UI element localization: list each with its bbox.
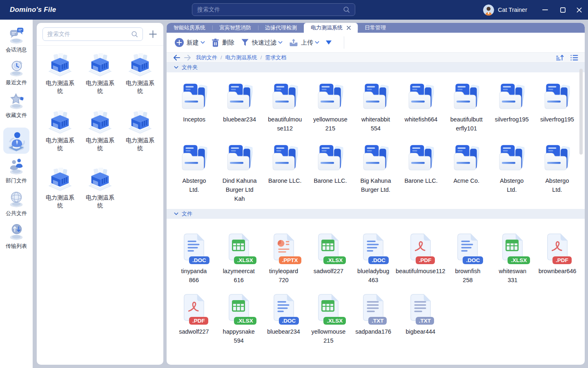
file-item[interactable]: .PPTX tinyleopard 720 — [261, 232, 306, 292]
tab-close-icon[interactable] — [347, 26, 351, 30]
tree-folder-item[interactable]: 电力测温系 统 — [40, 110, 80, 167]
folder-item[interactable]: Barone LLC. — [262, 144, 307, 206]
sidebar-item[interactable]: 会话消息 — [0, 26, 33, 59]
more-actions-button[interactable] — [326, 40, 332, 45]
file-icon-wrap: .XLSX — [226, 292, 252, 323]
folder-icon — [408, 144, 434, 172]
file-icon-wrap: .DOC — [181, 232, 207, 262]
folder-item[interactable]: whitefish664 — [399, 83, 444, 144]
tree-folder-item[interactable]: 电力测温系 统 — [80, 167, 120, 224]
file-icon-wrap: .PDF — [408, 232, 433, 262]
file-item[interactable]: .XLSX whiteswan 331 — [490, 232, 535, 292]
file-item[interactable]: .PDF beautifulmouse112 — [396, 232, 445, 292]
search-icon — [343, 6, 350, 13]
folder-item[interactable]: beautifulmou se112 — [262, 83, 307, 144]
folder-item[interactable]: Dind Kahuna Burger Ltd Kah — [217, 144, 262, 206]
file-item[interactable]: .XLSX yellowmouse 215 — [306, 292, 351, 353]
upload-button-label: 上传 — [301, 39, 313, 47]
folder-item[interactable]: Inceptos — [172, 83, 217, 144]
tree-folder-item[interactable]: 电力测温系 统 — [40, 167, 80, 224]
tab[interactable]: 日常管理 — [358, 23, 393, 33]
folder-item[interactable]: Barone LLC. — [307, 144, 353, 206]
folder-icon — [453, 144, 479, 172]
quick-filter-button[interactable]: 快速过滤 — [241, 38, 283, 47]
folder-item[interactable]: yellowmouse 215 — [307, 83, 353, 144]
folder-item[interactable]: Abstergo Ltd. — [172, 144, 217, 206]
folder-item[interactable]: silverfrog195 — [489, 83, 535, 144]
folder-item[interactable]: whiterabbit 554 — [353, 83, 398, 144]
tree-folder-item[interactable]: 电力测温系 统 — [120, 52, 160, 110]
folder-item[interactable]: Acme Co. — [444, 144, 489, 206]
file-item[interactable]: .XLSX sadwolf227 — [306, 232, 351, 292]
list-view-button[interactable] — [570, 54, 578, 61]
vertical-scrollbar[interactable] — [579, 69, 583, 155]
breadcrumb-item[interactable]: 需求文档 — [265, 54, 286, 61]
tab[interactable]: 宜宾智慧消防 — [212, 23, 258, 33]
sidebar-item[interactable]: 部门文件 — [0, 157, 33, 190]
project-folder-icon — [87, 167, 113, 191]
sidebar-item[interactable]: 收藏文件 — [0, 92, 33, 124]
new-button[interactable]: 新建 — [175, 38, 205, 47]
folder-item[interactable]: silverfrog195 — [535, 83, 580, 144]
folder-item[interactable]: Barone LLC. — [399, 144, 444, 206]
file-item[interactable]: .PDF brownbear646 — [535, 232, 580, 292]
file-item[interactable]: .XLSX happysnake 594 — [216, 292, 261, 353]
folder-name: Barone LLC. — [314, 176, 347, 185]
triangle-down-icon — [326, 40, 332, 45]
file-icon-wrap: .XLSX — [500, 232, 525, 262]
file-item[interactable]: .DOC brownfish 258 — [445, 232, 490, 292]
folder-item[interactable]: Big Kahuna Burger Ltd. — [353, 144, 398, 206]
file-name: lazymeercat 616 — [223, 267, 255, 285]
tree-folder-item[interactable]: 电力测温系 统 — [80, 52, 120, 110]
tab[interactable]: 边缘代理检测 — [258, 23, 304, 33]
folders-section-header[interactable]: 文件夹 — [167, 63, 585, 72]
sidebar-item[interactable] — [0, 124, 33, 157]
back-arrow-button[interactable] — [173, 55, 180, 61]
file-item[interactable]: .DOC bluebear234 — [261, 292, 306, 353]
folder-item[interactable]: bluebear234 — [217, 83, 262, 144]
tab[interactable]: 电力测温系统 — [304, 23, 358, 33]
tree-search-input[interactable]: 搜索文件 — [42, 27, 143, 41]
file-item[interactable]: .DOC blueladybug 463 — [351, 232, 396, 292]
tree-folder-item[interactable]: 电力测温系 统 — [80, 110, 120, 167]
file-item[interactable]: .XLSX lazymeercat 616 — [216, 232, 261, 292]
folder-name: beautifulbutt erfly101 — [450, 115, 483, 133]
folder-icon — [272, 144, 298, 172]
sidebar-item[interactable]: 最近文件 — [0, 59, 33, 92]
folder-name: Big Kahuna Burger Ltd. — [361, 176, 391, 194]
breadcrumb-item[interactable]: 我的文件 — [196, 54, 225, 61]
sidebar-item[interactable]: 传输列表 — [0, 222, 33, 255]
plus-icon — [149, 30, 157, 38]
folder-name: Abstergo Ltd. — [183, 176, 206, 194]
tree-folder-item[interactable]: 电力测温系 统 — [120, 110, 160, 167]
file-type-badge: .DOC — [368, 256, 389, 264]
folder-name: silverfrog195 — [540, 115, 574, 124]
file-item[interactable]: .TXT bigbear444 — [396, 292, 445, 353]
breadcrumb-item[interactable]: 电力测温系统 — [225, 54, 265, 61]
file-item[interactable]: .DOC tinypanda 866 — [172, 232, 216, 292]
tree-folder-grid: 电力测温系 统 电力测温系 统 电力测温系 统 电力测温系 统 电力测温系 统 — [37, 46, 163, 224]
upload-button[interactable]: 上传 — [289, 38, 319, 47]
chevron-down-icon — [174, 66, 178, 69]
folder-item[interactable]: Abstergo Ltd. — [489, 144, 535, 206]
project-folder-icon — [87, 52, 113, 77]
titlebar-search-input[interactable]: 搜索文件 — [192, 3, 355, 16]
tree-folder-item[interactable]: 电力测温系 统 — [40, 52, 80, 110]
add-folder-button[interactable] — [148, 29, 158, 39]
sort-button[interactable] — [556, 54, 564, 61]
window-maximize-button[interactable] — [559, 7, 566, 13]
folder-item[interactable]: Abstergo Ltd. — [535, 144, 580, 206]
file-item[interactable]: .PDF sadwolf227 — [172, 292, 216, 353]
tab[interactable]: 智能站房系统 — [167, 23, 212, 33]
sidebar-item[interactable]: 公共文件 — [0, 190, 33, 222]
delete-button[interactable]: 删除 — [212, 38, 234, 47]
forward-arrow-button[interactable] — [184, 55, 191, 61]
project-folder-icon — [127, 52, 153, 77]
folder-item[interactable]: beautifulbutt erfly101 — [444, 83, 489, 144]
avatar[interactable] — [483, 4, 494, 16]
file-type-badge: .PDF — [416, 256, 435, 264]
files-section-header[interactable]: 文件 — [167, 209, 585, 219]
window-minimize-button[interactable] — [542, 7, 548, 13]
file-item[interactable]: .TXT sadpanda176 — [351, 292, 396, 353]
window-close-button[interactable] — [576, 7, 582, 13]
